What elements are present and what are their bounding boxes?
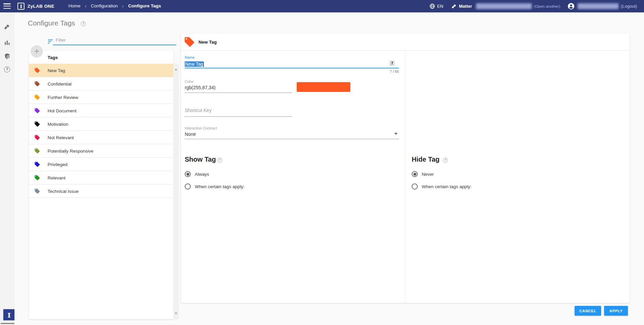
logout-link[interactable]: (Logout)	[621, 0, 637, 12]
breadcrumb: Home›Configuration›Configure Tags	[68, 3, 161, 8]
tag-label: Technical Issue	[48, 189, 78, 194]
radio-button-icon[interactable]	[412, 183, 418, 189]
selected-text: New Tag	[185, 61, 203, 67]
tag-label: Not Relevant	[48, 135, 74, 140]
name-underline	[185, 68, 399, 68]
filter-icon	[48, 40, 53, 44]
open-another-link[interactable]: (Open another)	[534, 0, 560, 12]
divider	[405, 50, 405, 303]
radio-label: Always	[195, 172, 209, 177]
name-char-counter: 7 / 65	[185, 69, 399, 73]
editor-title: New Tag	[198, 40, 217, 45]
tag-list-item[interactable]: Privileged	[29, 158, 174, 171]
color-underline	[185, 93, 292, 93]
hamburger-menu-icon[interactable]	[3, 3, 11, 9]
page-help-icon[interactable]: ?	[81, 21, 86, 26]
user-name-redacted	[578, 3, 619, 9]
tag-list-item[interactable]: Not Relevant	[29, 131, 174, 144]
tag-list-panel: Tags New TagConfidentialFurther ReviewHo…	[29, 51, 174, 319]
left-rail: ? ][	[0, 12, 14, 325]
admin-security-nav-icon[interactable]	[4, 53, 11, 60]
radio-button-icon[interactable]	[412, 171, 418, 177]
tag-list-scrollbar[interactable]	[173, 64, 179, 319]
tag-label: Motivation	[48, 122, 68, 127]
radio-button-icon[interactable]	[185, 171, 191, 177]
filter-underline	[53, 45, 176, 45]
language-selector[interactable]: EN	[437, 0, 443, 12]
reports-nav-icon[interactable]	[4, 40, 11, 46]
tag-list-item[interactable]: Technical Issue	[29, 184, 174, 198]
color-swatch[interactable]	[297, 82, 350, 92]
tag-list-item[interactable]: Relevant	[29, 171, 174, 184]
configure-tags-screen: ][ ZyLAB ONE Home›Configuration›Configur…	[0, 0, 644, 325]
matter-label: Matter	[459, 0, 472, 12]
tag-label: New Tag	[48, 68, 65, 73]
show-tag-title: Show Tag	[185, 156, 216, 163]
name-input-adornment-icon[interactable]	[390, 61, 394, 65]
tag-icon	[34, 67, 40, 73]
apply-button[interactable]: APPLY	[604, 306, 628, 316]
tag-icon	[34, 175, 40, 181]
tag-label: Relevant	[48, 175, 65, 180]
filter-input[interactable]: Filter	[56, 38, 66, 43]
tag-list-item[interactable]: Motivation	[29, 117, 174, 131]
hide-tag-options: NeverWhen certain tags apply:	[412, 171, 579, 196]
zylab-footer-logo: ][	[3, 309, 15, 321]
radio-option[interactable]: When certain tags apply:	[412, 183, 579, 189]
tag-icon	[34, 94, 40, 100]
interaction-contract-select[interactable]: None	[185, 131, 196, 137]
tag-icon	[34, 81, 40, 87]
radio-option[interactable]: When certain tags apply:	[185, 183, 352, 189]
scroll-down-icon[interactable]	[175, 313, 177, 315]
tag-icon	[34, 188, 40, 194]
name-input[interactable]: New Tag	[185, 61, 204, 67]
hide-tag-title: Hide Tag	[412, 156, 440, 163]
tag-icon	[34, 108, 40, 114]
globe-icon[interactable]	[429, 0, 435, 12]
tag-list-item[interactable]: Hot Document	[29, 104, 174, 117]
hide-tag-help-icon[interactable]: ?	[443, 158, 448, 163]
breadcrumb-item[interactable]: Configuration	[91, 3, 118, 8]
zylab-logo-icon: ][	[17, 3, 24, 10]
tag-label: Potentially Responsive	[48, 149, 94, 154]
tag-list-item[interactable]: Confidential	[29, 77, 174, 91]
tag-icon	[34, 148, 40, 154]
tag-icon	[34, 161, 40, 167]
tag-label: Privileged	[48, 162, 67, 167]
color-input[interactable]: rgb(255,87,34)	[185, 85, 216, 90]
breadcrumb-item[interactable]: Home	[68, 3, 80, 8]
tag-icon	[34, 134, 40, 141]
breadcrumb-item[interactable]: Configure Tags	[128, 3, 161, 8]
radio-label: When certain tags apply:	[195, 184, 245, 189]
radio-label: Never	[422, 172, 434, 177]
matters-nav-icon[interactable]	[4, 24, 11, 31]
show-tag-help-icon[interactable]: ?	[217, 158, 222, 163]
rail-bottom-divider	[1, 323, 14, 324]
page-title: Configure Tags	[28, 19, 75, 27]
add-tag-button[interactable]: +	[31, 45, 43, 58]
radio-option[interactable]: Never	[412, 171, 579, 177]
globe-icon-svg	[429, 3, 435, 9]
color-field-label: Color	[185, 79, 193, 84]
help-nav-icon[interactable]: ?	[4, 66, 10, 72]
interaction-contract-label: Interaction Contract	[185, 126, 217, 130]
dropdown-arrow-icon[interactable]	[394, 133, 398, 135]
avatar-icon[interactable]	[568, 0, 575, 12]
text-caret	[203, 62, 204, 67]
radio-label: When certain tags apply:	[422, 184, 472, 189]
cancel-button[interactable]: CANCEL	[575, 306, 601, 316]
radio-button-icon[interactable]	[185, 183, 191, 189]
tag-list-item[interactable]: New Tag	[29, 64, 174, 77]
shortcut-key-input[interactable]: Shortcut Key	[185, 108, 212, 113]
tag-list: New TagConfidentialFurther ReviewHot Doc…	[29, 64, 174, 198]
app-name: ZyLAB ONE	[27, 4, 54, 9]
radio-option[interactable]: Always	[185, 171, 352, 177]
breadcrumb-separator-icon: ›	[122, 4, 124, 8]
tag-list-item[interactable]: Further Review	[29, 91, 174, 104]
scroll-up-icon[interactable]	[175, 68, 177, 70]
show-tag-options: AlwaysWhen certain tags apply:	[185, 171, 352, 196]
shortcut-underline	[185, 116, 292, 117]
breadcrumb-separator-icon: ›	[85, 4, 86, 8]
tag-list-header: Tags	[48, 55, 58, 60]
tag-list-item[interactable]: Potentially Responsive	[29, 144, 174, 158]
